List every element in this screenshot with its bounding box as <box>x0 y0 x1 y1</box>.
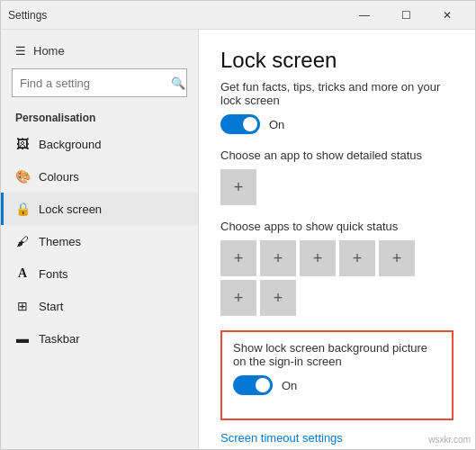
search-input[interactable] <box>20 76 171 90</box>
sidebar-section-title: Personalisation <box>1 104 198 128</box>
toggle1-knob <box>243 117 257 131</box>
sign-in-toggle[interactable] <box>233 375 273 395</box>
quick-status-btn-6[interactable]: + <box>220 280 256 316</box>
toggle1-row: On <box>220 114 454 134</box>
sidebar-label-taskbar: Taskbar <box>39 332 80 346</box>
highlighted-label: Show lock screen background picture on t… <box>233 341 441 368</box>
sidebar-item-background[interactable]: 🖼 Background <box>1 128 198 160</box>
fonts-icon: A <box>15 266 30 281</box>
sidebar-label-colours: Colours <box>39 170 79 184</box>
quick-status-btn-4[interactable]: + <box>339 240 375 276</box>
sidebar-item-themes[interactable]: 🖌 Themes <box>1 225 198 257</box>
sidebar-label-background: Background <box>39 138 101 151</box>
watermark: wsxkr.com <box>428 435 471 445</box>
quick-status-btn-7[interactable]: + <box>260 280 296 316</box>
main-content: Lock screen Get fun facts, tips, tricks … <box>199 30 475 449</box>
close-button[interactable]: ✕ <box>427 1 468 30</box>
window-content: ☰ Home 🔍 Personalisation 🖼 Background 🎨 … <box>1 30 475 449</box>
back-icon: ☰ <box>15 44 26 58</box>
sidebar-label-themes: Themes <box>39 235 81 248</box>
fun-facts-label: Get fun facts, tips, tricks and more on … <box>220 80 454 107</box>
add-detailed-status-button[interactable]: + <box>220 169 256 205</box>
sign-in-screen-section: Show lock screen background picture on t… <box>220 330 454 420</box>
maximize-button[interactable]: ☐ <box>385 1 427 30</box>
sidebar-label-fonts: Fonts <box>39 267 68 281</box>
taskbar-icon: ▬ <box>15 331 30 346</box>
window-controls: — ☐ ✕ <box>344 1 468 30</box>
sidebar-item-taskbar[interactable]: ▬ Taskbar <box>1 322 198 355</box>
themes-icon: 🖌 <box>15 234 30 248</box>
settings-window: Settings — ☐ ✕ ☰ Home 🔍 Personalisation … <box>0 0 476 450</box>
sidebar-item-start[interactable]: ⊞ Start <box>1 290 198 322</box>
sidebar-item-colours[interactable]: 🎨 Colours <box>1 160 198 193</box>
quick-status-btn-1[interactable]: + <box>220 240 256 276</box>
choose-apps-label: Choose apps to show quick status <box>220 220 454 233</box>
quick-status-buttons: + + + + + + + <box>220 240 454 316</box>
toggle2-label: On <box>282 379 297 392</box>
sidebar-home-label: Home <box>33 44 65 58</box>
sidebar-item-fonts[interactable]: A Fonts <box>1 257 198 290</box>
quick-status-btn-5[interactable]: + <box>379 240 415 276</box>
fun-facts-toggle[interactable] <box>220 114 260 134</box>
screen-timeout-link[interactable]: Screen timeout settings <box>220 431 454 445</box>
sidebar-label-start: Start <box>39 300 63 313</box>
sidebar-item-lock-screen[interactable]: 🔒 Lock screen <box>1 193 198 225</box>
quick-status-btn-2[interactable]: + <box>260 240 296 276</box>
colours-icon: 🎨 <box>15 169 30 184</box>
window-title: Settings <box>8 9 47 22</box>
toggle1-label: On <box>269 118 284 131</box>
search-icon: 🔍 <box>171 76 185 90</box>
search-box[interactable]: 🔍 <box>12 68 187 97</box>
minimize-button[interactable]: — <box>344 1 385 30</box>
page-title: Lock screen <box>220 48 454 73</box>
sidebar-back-home[interactable]: ☰ Home <box>1 37 198 65</box>
start-icon: ⊞ <box>15 299 30 313</box>
quick-status-btn-3[interactable]: + <box>300 240 336 276</box>
sidebar-label-lock-screen: Lock screen <box>39 202 102 216</box>
choose-app-label: Choose an app to show detailed status <box>220 148 454 162</box>
toggle2-row: On <box>233 375 441 395</box>
toggle2-knob <box>256 378 270 392</box>
titlebar: Settings — ☐ ✕ <box>1 1 475 30</box>
lock-screen-icon: 🔒 <box>15 202 30 216</box>
sidebar: ☰ Home 🔍 Personalisation 🖼 Background 🎨 … <box>1 30 199 449</box>
background-icon: 🖼 <box>15 137 30 151</box>
